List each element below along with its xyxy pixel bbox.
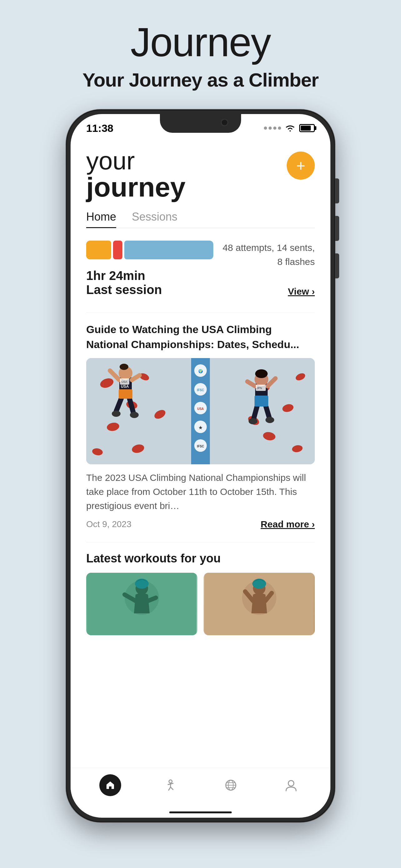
session-stats: 48 attempts, 14 sents,8 flashes	[223, 241, 315, 269]
svg-text:🌍: 🌍	[198, 369, 203, 373]
bar-blue	[124, 241, 213, 259]
session-meta: 1hr 24min Last session	[86, 269, 162, 297]
svg-point-30	[120, 364, 128, 370]
app-title-journey: journey	[86, 174, 186, 201]
tab-home[interactable]: Home	[86, 210, 116, 228]
workouts-title: Latest workouts for you	[86, 552, 315, 565]
front-camera	[222, 120, 227, 125]
bottom-nav	[71, 768, 330, 811]
article-excerpt: The 2023 USA Climbing National Champions…	[86, 470, 315, 513]
phone-screen: 11:38	[71, 114, 330, 818]
session-label: Last session	[86, 283, 162, 297]
nav-home[interactable]	[98, 773, 123, 798]
svg-line-55	[148, 598, 156, 601]
home-bar	[169, 811, 232, 813]
signal-dots	[264, 127, 281, 130]
nav-profile[interactable]	[278, 773, 304, 798]
svg-point-35	[130, 412, 139, 418]
page-subtitle: Your Journey as a Climber	[82, 69, 319, 91]
activity-icon	[164, 778, 177, 792]
workouts-row	[86, 573, 315, 635]
divider	[86, 312, 315, 313]
session-progress-bar	[86, 241, 213, 259]
session-header-row: 48 attempts, 14 sents,8 flashes	[86, 241, 315, 269]
status-icons	[264, 124, 315, 132]
session-view-link[interactable]: View ›	[288, 286, 315, 297]
workouts-section: Latest workouts for you	[86, 552, 315, 768]
home-icon	[105, 780, 115, 790]
page-title: Journey	[131, 19, 271, 66]
read-more-link[interactable]: Read more ›	[261, 519, 315, 530]
divider-2	[86, 542, 315, 542]
session-duration: 1hr 24min	[86, 269, 162, 283]
battery-icon	[299, 124, 315, 132]
tab-bar: Home Sessions	[86, 210, 315, 228]
svg-text:IFSC: IFSC	[197, 389, 204, 392]
bar-red	[113, 241, 123, 259]
svg-text:★: ★	[198, 425, 203, 430]
nav-home-bg	[99, 774, 121, 796]
nav-globe[interactable]	[218, 773, 243, 798]
article-section: Guide to Watching the USA Climbing Natio…	[86, 322, 315, 530]
home-indicator	[71, 811, 330, 818]
app-title-block: your journey	[86, 148, 186, 201]
article-image: 🌍 IFSC USA ★ IFSC	[86, 358, 315, 464]
phone-frame: 11:38	[66, 110, 335, 822]
session-info: 1hr 24min Last session View ›	[86, 269, 315, 297]
app-content: your journey + Home Sessions	[71, 139, 330, 768]
svg-point-42	[255, 369, 268, 378]
profile-icon	[284, 778, 298, 792]
app-header: your journey +	[86, 148, 315, 201]
svg-point-59	[252, 579, 266, 589]
wifi-icon	[285, 124, 295, 132]
svg-text:USA: USA	[197, 407, 204, 410]
svg-point-53	[135, 579, 149, 589]
svg-point-47	[265, 417, 274, 423]
article-title: Guide to Watching the USA Climbing Natio…	[86, 322, 315, 352]
climbing-scene-svg: 🌍 IFSC USA ★ IFSC	[86, 358, 315, 464]
workout-thumb-2[interactable]	[204, 573, 315, 635]
plus-icon: +	[296, 158, 305, 174]
status-time: 11:38	[86, 122, 113, 134]
phone-notch	[160, 114, 241, 133]
workout-thumb-1[interactable]	[86, 573, 197, 635]
svg-text:IFSC: IFSC	[197, 445, 204, 448]
session-card: 48 attempts, 14 sents,8 flashes 1hr 24mi…	[86, 241, 315, 297]
svg-rect-33	[119, 389, 132, 399]
svg-text:USA: USA	[121, 384, 129, 389]
article-footer: Oct 9, 2023 Read more ›	[86, 519, 315, 530]
globe-icon	[224, 778, 238, 792]
bar-orange	[86, 241, 111, 259]
svg-point-68	[288, 780, 294, 786]
svg-text:USA: USA	[122, 380, 127, 383]
svg-rect-45	[255, 396, 268, 406]
nav-activity[interactable]	[158, 773, 183, 798]
svg-text:JPN: JPN	[257, 386, 262, 390]
svg-point-34	[112, 410, 121, 417]
add-button[interactable]: +	[287, 152, 315, 180]
app-title-your: your	[86, 148, 186, 174]
svg-point-46	[248, 418, 257, 424]
tab-sessions[interactable]: Sessions	[132, 210, 177, 228]
article-date: Oct 9, 2023	[86, 519, 132, 529]
